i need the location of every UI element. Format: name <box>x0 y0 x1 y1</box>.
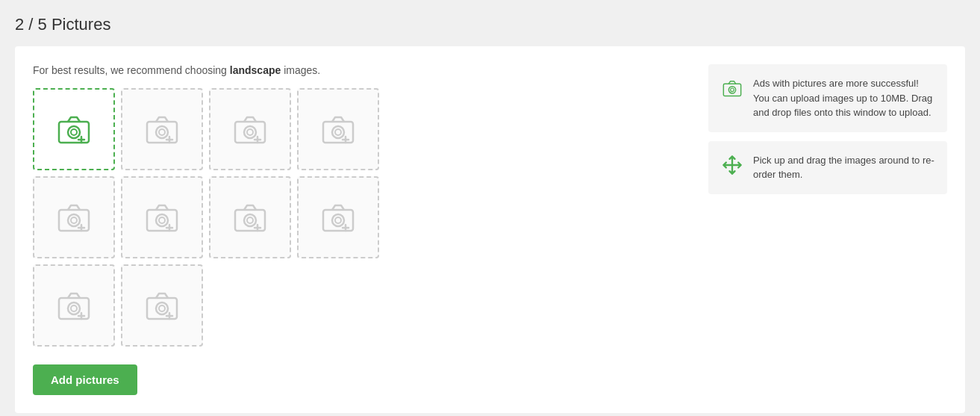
camera-add-icon-7 <box>232 202 268 232</box>
svg-point-16 <box>332 126 344 138</box>
svg-point-52 <box>731 88 734 92</box>
svg-point-2 <box>71 129 77 135</box>
camera-add-icon-5 <box>56 202 92 232</box>
svg-point-1 <box>68 126 80 138</box>
reorder-info-text: Pick up and drag the images around to re… <box>753 153 935 182</box>
svg-point-22 <box>71 217 77 223</box>
svg-point-42 <box>71 305 77 311</box>
right-section: Ads with pictures are more successful! Y… <box>708 64 947 395</box>
svg-point-27 <box>159 217 165 223</box>
svg-point-7 <box>159 129 165 135</box>
svg-point-41 <box>68 302 80 314</box>
camera-add-icon-8 <box>320 202 356 232</box>
image-slot-4[interactable] <box>297 88 379 170</box>
camera-add-icon-10 <box>144 291 180 320</box>
reorder-info-card: Pick up and drag the images around to re… <box>708 141 947 194</box>
svg-point-32 <box>247 217 253 223</box>
svg-point-47 <box>159 305 165 311</box>
image-slot-5[interactable] <box>33 176 115 258</box>
image-slot-3[interactable] <box>209 88 291 170</box>
svg-point-21 <box>68 214 80 226</box>
page-title: 2 / 5 Pictures <box>15 15 965 34</box>
svg-point-46 <box>156 302 168 314</box>
main-card: For best results, we recommend choosing … <box>15 46 965 413</box>
image-slot-1[interactable] <box>33 88 115 170</box>
upload-info-card: Ads with pictures are more successful! Y… <box>708 64 947 132</box>
camera-add-icon-4 <box>320 114 356 144</box>
image-slot-10[interactable] <box>121 264 203 347</box>
image-slot-6[interactable] <box>121 176 203 258</box>
camera-info-icon <box>720 76 744 100</box>
upload-info-text: Ads with pictures are more successful! Y… <box>753 76 935 120</box>
camera-add-icon-9 <box>56 291 92 320</box>
svg-point-12 <box>247 129 253 135</box>
svg-point-17 <box>335 129 341 135</box>
image-slot-7[interactable] <box>209 176 291 258</box>
svg-point-6 <box>156 126 168 138</box>
image-slot-9[interactable] <box>33 264 115 347</box>
image-slot-8[interactable] <box>297 176 379 258</box>
camera-add-icon <box>56 114 92 144</box>
svg-rect-50 <box>723 84 740 96</box>
svg-point-31 <box>244 214 256 226</box>
camera-add-icon-6 <box>144 202 180 232</box>
svg-point-51 <box>728 87 735 93</box>
svg-point-37 <box>335 217 341 223</box>
camera-add-icon-3 <box>232 114 268 144</box>
svg-point-36 <box>332 214 344 226</box>
image-grid <box>33 88 690 347</box>
svg-point-26 <box>156 214 168 226</box>
hint-text: For best results, we recommend choosing … <box>33 64 690 76</box>
move-icon <box>720 153 744 177</box>
svg-point-11 <box>244 126 256 138</box>
camera-add-icon-2 <box>144 114 180 144</box>
add-pictures-button[interactable]: Add pictures <box>33 364 137 395</box>
image-slot-2[interactable] <box>121 88 203 170</box>
left-section: For best results, we recommend choosing … <box>33 64 690 395</box>
